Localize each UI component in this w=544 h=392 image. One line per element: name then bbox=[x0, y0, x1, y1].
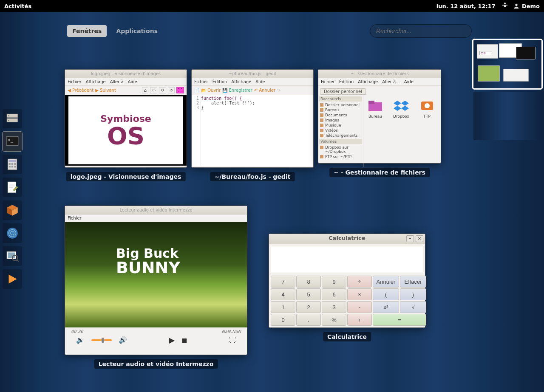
menu-item[interactable]: Aller à... bbox=[382, 79, 400, 84]
code-line: alert('Test !!'); bbox=[201, 101, 255, 105]
dash-settings[interactable] bbox=[3, 223, 22, 243]
menu-item[interactable]: Aide bbox=[404, 79, 414, 84]
search-box[interactable] bbox=[370, 24, 472, 38]
menu-item[interactable]: Fichier bbox=[321, 79, 335, 84]
back-button[interactable]: ◀ Précédent bbox=[68, 88, 94, 93]
menu-item[interactable]: Fichier bbox=[68, 79, 82, 84]
fullscreen-icon[interactable]: ⛶ bbox=[176, 87, 184, 93]
volume-slider[interactable] bbox=[91, 339, 112, 341]
menu-item[interactable]: Édition bbox=[339, 79, 354, 84]
open-button[interactable]: 📂 Ouvrir bbox=[201, 88, 221, 93]
save-button[interactable]: 💾 Enregistrer bbox=[222, 88, 252, 93]
menu-item[interactable]: Affichage bbox=[358, 79, 378, 84]
svg-line-28 bbox=[17, 260, 19, 262]
zoom-100-icon[interactable]: ▭ bbox=[150, 87, 157, 93]
tab-applications[interactable]: Applications bbox=[111, 25, 163, 37]
key-clear[interactable]: Effacer bbox=[400, 276, 426, 288]
sidebar-item[interactable]: Bureau bbox=[319, 107, 362, 113]
key-sqrt[interactable]: √ bbox=[400, 301, 426, 313]
titlebar: logo.jpeg - Visionneuse d'images bbox=[65, 70, 187, 78]
menu-item[interactable]: Aller à bbox=[110, 79, 124, 84]
undo-button[interactable]: ↶ Annuler bbox=[254, 88, 275, 93]
svg-point-0 bbox=[504, 3, 506, 4]
window-gedit[interactable]: ~/Bureau/foo.js - gedit Fichier Édition … bbox=[191, 69, 314, 181]
volume-up-icon[interactable]: 🔊 bbox=[119, 336, 127, 344]
svg-text:>_: >_ bbox=[8, 137, 13, 143]
new-icon[interactable]: 📄 bbox=[194, 88, 199, 93]
tab-windows[interactable]: Fenêtres bbox=[67, 25, 107, 37]
key-7[interactable]: 7 bbox=[271, 276, 295, 288]
key-9[interactable]: 9 bbox=[322, 276, 346, 288]
sidebar-item[interactable]: FTP sur ~/FTP bbox=[319, 154, 362, 159]
svg-marker-32 bbox=[394, 101, 401, 106]
key-0[interactable]: 0 bbox=[271, 314, 295, 326]
key-rparen[interactable]: ) bbox=[400, 288, 426, 300]
sidebar-item[interactable]: Dossier personnel bbox=[319, 102, 362, 107]
accessibility-icon[interactable] bbox=[502, 2, 508, 10]
sidebar-item[interactable]: Vidéos bbox=[319, 128, 362, 133]
play-icon[interactable]: ▶ bbox=[169, 336, 175, 344]
key-cancel[interactable]: Annuler bbox=[373, 276, 399, 288]
path-tab[interactable]: Dossier personnel bbox=[320, 88, 366, 95]
key-3[interactable]: 3 bbox=[322, 301, 346, 313]
key-4[interactable]: 4 bbox=[271, 288, 295, 300]
dash-terminal[interactable]: >_ bbox=[3, 132, 22, 151]
zoom-fit-icon[interactable]: ⌂ bbox=[142, 87, 148, 93]
dropbox-icon[interactable]: Dropbox bbox=[393, 99, 409, 163]
sidebar-item[interactable]: Documents bbox=[319, 113, 362, 118]
menu-item[interactable]: Affichage bbox=[86, 79, 106, 84]
clock[interactable]: lun. 12 aôut, 12:17 bbox=[436, 3, 496, 9]
ftp-icon[interactable]: FTP bbox=[419, 99, 435, 163]
close-icon[interactable]: × bbox=[416, 235, 423, 242]
minimize-icon[interactable]: – bbox=[406, 235, 414, 242]
key-6[interactable]: 6 bbox=[322, 288, 346, 300]
rotate-icon[interactable]: ↻ bbox=[159, 87, 166, 93]
forward-button[interactable]: ▶ Suivant bbox=[95, 88, 116, 93]
dash-image-viewer[interactable] bbox=[3, 246, 22, 266]
sidebar-item[interactable]: Images bbox=[319, 118, 362, 123]
window-media-player[interactable]: Lecteur audio et vidéo Intermezzo Fichie… bbox=[65, 206, 247, 369]
window-calculator[interactable]: Calculatrice – × 7 8 9 ÷ Annuler Effacer… bbox=[269, 234, 425, 341]
menu-item[interactable]: Fichier bbox=[68, 216, 82, 220]
key-square[interactable]: x² bbox=[373, 301, 399, 313]
menu-item[interactable]: Édition bbox=[212, 79, 227, 84]
key-8[interactable]: 8 bbox=[296, 276, 321, 288]
redo-icon[interactable]: ↷ bbox=[277, 88, 280, 93]
menu-item[interactable]: Aide bbox=[255, 79, 265, 84]
dash-media-player[interactable] bbox=[3, 269, 22, 289]
dash-calculator[interactable] bbox=[3, 155, 22, 174]
key-lparen[interactable]: ( bbox=[373, 288, 399, 300]
key-percent[interactable]: % bbox=[322, 314, 346, 326]
stop-icon[interactable]: ■ bbox=[181, 337, 187, 344]
key-1[interactable]: 1 bbox=[271, 301, 295, 313]
key-dot[interactable]: . bbox=[296, 314, 321, 326]
key-divide[interactable]: ÷ bbox=[347, 276, 372, 288]
user-menu[interactable]: Demo bbox=[513, 3, 540, 9]
folder-icon[interactable]: Bureau bbox=[368, 99, 383, 163]
key-subtract[interactable]: - bbox=[347, 301, 372, 313]
volume-down-icon[interactable]: 🔉 bbox=[76, 336, 85, 344]
menu-item[interactable]: Fichier bbox=[194, 79, 208, 84]
sidebar-item[interactable]: Dropbox sur ~/Dropbox bbox=[319, 145, 362, 154]
window-image-viewer[interactable]: logo.jpeg - Visionneuse d'images Fichier… bbox=[65, 69, 187, 181]
key-2[interactable]: 2 bbox=[296, 301, 321, 313]
dash-files[interactable] bbox=[3, 109, 22, 128]
rotate-icon[interactable]: ↺ bbox=[168, 87, 175, 93]
menu-item[interactable]: Aide bbox=[128, 79, 137, 84]
window-file-manager[interactable]: ~ - Gestionnaire de fichiers Fichier Édi… bbox=[318, 69, 441, 177]
sidebar-item[interactable]: Téléchargements bbox=[319, 133, 362, 138]
key-5[interactable]: 5 bbox=[296, 288, 321, 300]
search-input[interactable] bbox=[376, 28, 465, 34]
dash-software-center[interactable] bbox=[3, 200, 22, 220]
key-equals[interactable]: = bbox=[373, 314, 426, 326]
key-multiply[interactable]: × bbox=[347, 288, 372, 300]
key-add[interactable]: + bbox=[347, 314, 372, 326]
fullscreen-icon[interactable]: ⛶ bbox=[229, 336, 236, 344]
workspace-1[interactable]: OS bbox=[473, 40, 541, 88]
menu-item[interactable]: Affichage bbox=[231, 79, 251, 84]
dash-text-editor[interactable] bbox=[3, 178, 22, 197]
code-line: function foo() { bbox=[201, 96, 242, 101]
workspace-2[interactable] bbox=[473, 92, 541, 140]
activities-button[interactable]: Activités bbox=[4, 3, 31, 9]
sidebar-item[interactable]: Musique bbox=[319, 123, 362, 128]
